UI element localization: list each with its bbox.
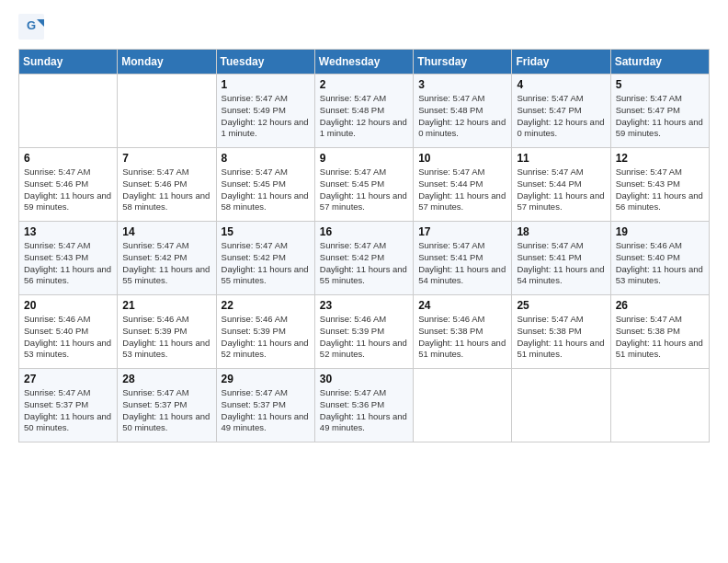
day-number: 10 [418, 152, 506, 165]
day-cell: 3Sunrise: 5:47 AM Sunset: 5:48 PM Daylig… [414, 75, 512, 148]
day-cell: 30Sunrise: 5:47 AM Sunset: 5:36 PM Dayli… [314, 369, 413, 442]
day-info: Sunrise: 5:46 AM Sunset: 5:39 PM Dayligh… [122, 314, 210, 361]
day-info: Sunrise: 5:47 AM Sunset: 5:42 PM Dayligh… [320, 240, 408, 287]
day-cell: 1Sunrise: 5:47 AM Sunset: 5:49 PM Daylig… [216, 75, 314, 148]
day-cell: 16Sunrise: 5:47 AM Sunset: 5:42 PM Dayli… [314, 222, 413, 295]
day-cell: 11Sunrise: 5:47 AM Sunset: 5:44 PM Dayli… [512, 148, 610, 222]
day-cell: 13Sunrise: 5:47 AM Sunset: 5:43 PM Dayli… [19, 222, 118, 295]
day-number: 30 [320, 373, 408, 385]
weekday-header-row: SundayMondayTuesdayWednesdayThursdayFrid… [19, 50, 710, 75]
day-cell: 24Sunrise: 5:46 AM Sunset: 5:38 PM Dayli… [414, 295, 512, 369]
header: G [18, 14, 710, 40]
day-cell [610, 369, 709, 442]
day-info: Sunrise: 5:47 AM Sunset: 5:37 PM Dayligh… [122, 387, 210, 434]
day-info: Sunrise: 5:47 AM Sunset: 5:38 PM Dayligh… [517, 314, 605, 361]
day-number: 25 [517, 299, 605, 312]
day-number: 7 [122, 152, 210, 165]
day-info: Sunrise: 5:47 AM Sunset: 5:44 PM Dayligh… [418, 167, 506, 213]
day-number: 9 [320, 152, 408, 165]
day-number: 4 [517, 78, 605, 91]
day-number: 19 [616, 225, 704, 238]
day-number: 18 [517, 225, 605, 238]
day-info: Sunrise: 5:47 AM Sunset: 5:45 PM Dayligh… [320, 167, 408, 213]
week-row-2: 6Sunrise: 5:47 AM Sunset: 5:46 PM Daylig… [19, 148, 710, 222]
day-cell [512, 369, 610, 442]
day-info: Sunrise: 5:46 AM Sunset: 5:39 PM Dayligh… [320, 314, 408, 361]
weekday-header-sunday: Sunday [19, 50, 118, 75]
day-info: Sunrise: 5:47 AM Sunset: 5:49 PM Dayligh… [222, 93, 310, 140]
weekday-header-wednesday: Wednesday [314, 50, 413, 75]
day-cell: 6Sunrise: 5:47 AM Sunset: 5:46 PM Daylig… [19, 148, 118, 222]
day-info: Sunrise: 5:47 AM Sunset: 5:47 PM Dayligh… [616, 93, 704, 140]
day-cell: 27Sunrise: 5:47 AM Sunset: 5:37 PM Dayli… [19, 369, 118, 442]
day-info: Sunrise: 5:47 AM Sunset: 5:41 PM Dayligh… [517, 240, 605, 287]
day-cell: 5Sunrise: 5:47 AM Sunset: 5:47 PM Daylig… [610, 75, 709, 148]
day-number: 6 [24, 152, 112, 165]
day-number: 28 [122, 373, 210, 385]
day-cell: 9Sunrise: 5:47 AM Sunset: 5:45 PM Daylig… [314, 148, 413, 222]
weekday-header-friday: Friday [512, 50, 610, 75]
day-number: 8 [222, 152, 310, 165]
day-number: 29 [222, 373, 310, 385]
day-info: Sunrise: 5:47 AM Sunset: 5:43 PM Dayligh… [616, 167, 704, 213]
day-info: Sunrise: 5:46 AM Sunset: 5:40 PM Dayligh… [24, 314, 112, 361]
day-cell [19, 75, 118, 148]
day-info: Sunrise: 5:47 AM Sunset: 5:41 PM Dayligh… [418, 240, 506, 287]
day-info: Sunrise: 5:47 AM Sunset: 5:43 PM Dayligh… [24, 240, 112, 287]
week-row-1: 1Sunrise: 5:47 AM Sunset: 5:49 PM Daylig… [19, 75, 710, 148]
logo-icon: G [18, 14, 44, 40]
day-number: 5 [616, 78, 704, 91]
day-number: 27 [24, 373, 112, 385]
day-number: 16 [320, 225, 408, 238]
day-number: 12 [616, 152, 704, 165]
day-number: 3 [418, 78, 506, 91]
day-number: 17 [418, 225, 506, 238]
week-row-3: 13Sunrise: 5:47 AM Sunset: 5:43 PM Dayli… [19, 222, 710, 295]
day-info: Sunrise: 5:46 AM Sunset: 5:40 PM Dayligh… [616, 240, 704, 287]
day-cell [118, 75, 216, 148]
day-number: 23 [320, 299, 408, 312]
day-number: 15 [222, 225, 310, 238]
logo: G [18, 14, 48, 40]
day-cell: 18Sunrise: 5:47 AM Sunset: 5:41 PM Dayli… [512, 222, 610, 295]
day-number: 20 [24, 299, 112, 312]
weekday-header-monday: Monday [118, 50, 216, 75]
day-info: Sunrise: 5:47 AM Sunset: 5:36 PM Dayligh… [320, 387, 408, 434]
day-number: 21 [122, 299, 210, 312]
day-cell [414, 369, 512, 442]
day-info: Sunrise: 5:47 AM Sunset: 5:46 PM Dayligh… [24, 167, 112, 213]
day-info: Sunrise: 5:47 AM Sunset: 5:42 PM Dayligh… [122, 240, 210, 287]
day-info: Sunrise: 5:47 AM Sunset: 5:47 PM Dayligh… [517, 93, 605, 140]
day-info: Sunrise: 5:47 AM Sunset: 5:38 PM Dayligh… [616, 314, 704, 361]
day-cell: 29Sunrise: 5:47 AM Sunset: 5:37 PM Dayli… [216, 369, 314, 442]
calendar-table: SundayMondayTuesdayWednesdayThursdayFrid… [18, 49, 710, 442]
day-number: 22 [222, 299, 310, 312]
day-number: 26 [616, 299, 704, 312]
day-info: Sunrise: 5:46 AM Sunset: 5:38 PM Dayligh… [418, 314, 506, 361]
day-info: Sunrise: 5:47 AM Sunset: 5:37 PM Dayligh… [24, 387, 112, 434]
day-cell: 2Sunrise: 5:47 AM Sunset: 5:48 PM Daylig… [314, 75, 413, 148]
day-cell: 22Sunrise: 5:46 AM Sunset: 5:39 PM Dayli… [216, 295, 314, 369]
day-number: 2 [320, 78, 408, 91]
day-number: 24 [418, 299, 506, 312]
day-info: Sunrise: 5:47 AM Sunset: 5:48 PM Dayligh… [418, 93, 506, 140]
day-cell: 15Sunrise: 5:47 AM Sunset: 5:42 PM Dayli… [216, 222, 314, 295]
day-info: Sunrise: 5:47 AM Sunset: 5:48 PM Dayligh… [320, 93, 408, 140]
day-info: Sunrise: 5:47 AM Sunset: 5:42 PM Dayligh… [222, 240, 310, 287]
day-info: Sunrise: 5:47 AM Sunset: 5:44 PM Dayligh… [517, 167, 605, 213]
day-info: Sunrise: 5:47 AM Sunset: 5:46 PM Dayligh… [122, 167, 210, 213]
day-number: 13 [24, 225, 112, 238]
week-row-5: 27Sunrise: 5:47 AM Sunset: 5:37 PM Dayli… [19, 369, 710, 442]
day-cell: 12Sunrise: 5:47 AM Sunset: 5:43 PM Dayli… [610, 148, 709, 222]
day-cell: 17Sunrise: 5:47 AM Sunset: 5:41 PM Dayli… [414, 222, 512, 295]
day-cell: 4Sunrise: 5:47 AM Sunset: 5:47 PM Daylig… [512, 75, 610, 148]
day-cell: 8Sunrise: 5:47 AM Sunset: 5:45 PM Daylig… [216, 148, 314, 222]
day-cell: 14Sunrise: 5:47 AM Sunset: 5:42 PM Dayli… [118, 222, 216, 295]
day-number: 14 [122, 225, 210, 238]
day-cell: 7Sunrise: 5:47 AM Sunset: 5:46 PM Daylig… [118, 148, 216, 222]
week-row-4: 20Sunrise: 5:46 AM Sunset: 5:40 PM Dayli… [19, 295, 710, 369]
day-info: Sunrise: 5:47 AM Sunset: 5:37 PM Dayligh… [222, 387, 310, 434]
day-info: Sunrise: 5:46 AM Sunset: 5:39 PM Dayligh… [222, 314, 310, 361]
day-number: 11 [517, 152, 605, 165]
weekday-header-saturday: Saturday [610, 50, 709, 75]
